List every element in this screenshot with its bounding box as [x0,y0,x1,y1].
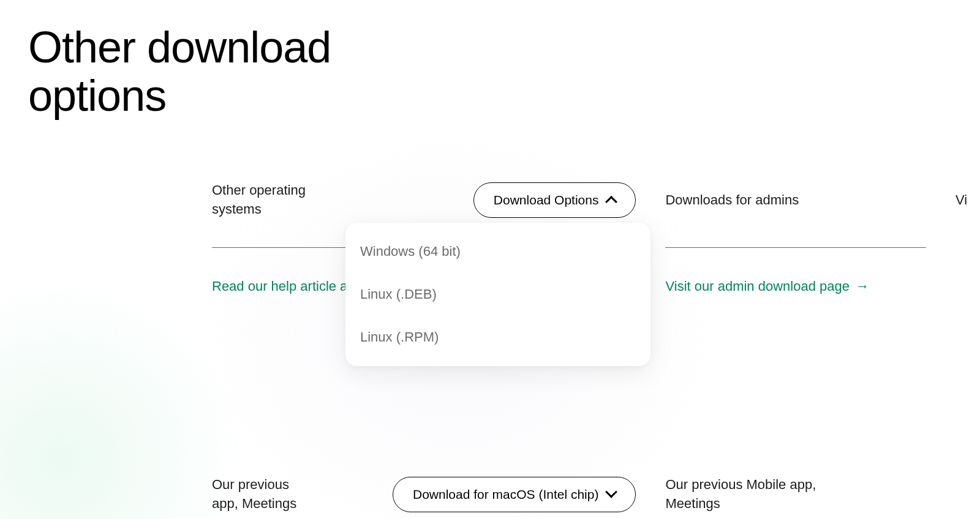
help-article-link[interactable]: Read our help article ab [212,278,355,294]
background-glow-left [0,274,245,519]
row-previous-mobile: Our previous Mobile app, Meetings [665,472,926,517]
arrow-right-icon: → [856,278,869,294]
column-admins: Downloads for admins Visit our admin dow… [665,177,926,517]
heading-vdi-partial: Vi [956,191,967,210]
chevron-up-icon [606,196,618,208]
heading-previous-mobile: Our previous Mobile app, Meetings [665,476,849,513]
columns-container: Other operating systems Download Options… [212,177,980,517]
content-area: Other operating systems Download Options… [212,177,980,517]
download-options-label: Download Options [494,193,599,207]
dropdown-item-linux-deb[interactable]: Linux (.DEB) [345,273,650,316]
page-title: Other download options [0,0,429,120]
heading-admins: Downloads for admins [665,191,799,210]
link-row-admins: Visit our admin download page → [665,278,926,294]
row-vdi-header: Vi [956,177,980,223]
download-macos-intel-button[interactable]: Download for macOS (Intel chip) [393,477,636,512]
chevron-down-icon [606,486,618,498]
divider-admins [665,247,926,248]
heading-previous-app: Our previous app, Meetings [212,476,310,513]
row-os-header: Other operating systems Download Options… [212,177,636,223]
admin-download-link[interactable]: Visit our admin download page → [665,278,869,294]
row-previous-app: Our previous app, Meetings Download for … [212,472,636,517]
download-options-dropdown-button[interactable]: Download Options [473,182,636,218]
admin-download-link-text: Visit our admin download page [665,278,849,294]
row-admins-header: Downloads for admins [665,177,926,223]
download-macos-intel-label: Download for macOS (Intel chip) [413,487,598,502]
column-operating-systems: Other operating systems Download Options… [212,177,636,517]
column-vdi: Vi [956,177,980,517]
heading-os: Other operating systems [212,181,353,219]
dropdown-item-linux-rpm[interactable]: Linux (.RPM) [345,316,650,359]
download-options-menu: Windows (64 bit) Linux (.DEB) Linux (.RP… [345,223,650,366]
dropdown-item-windows[interactable]: Windows (64 bit) [345,230,650,273]
